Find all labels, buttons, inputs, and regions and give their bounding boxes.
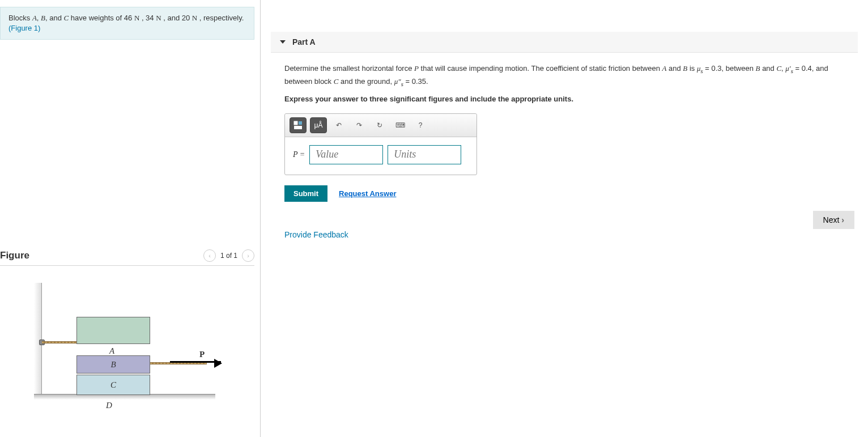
- problem-intro: Blocks A, B, and C have weights of 46 N …: [0, 7, 254, 40]
- figure-title: Figure: [0, 250, 29, 261]
- svg-rect-1: [299, 121, 302, 125]
- undo-button[interactable]: ↶: [330, 117, 347, 133]
- intro-text: Blocks A, B, and C have weights of 46 N …: [8, 14, 244, 22]
- keyboard-button[interactable]: ⌨: [392, 117, 409, 133]
- template-icon: [293, 121, 303, 130]
- figure-next-button[interactable]: ›: [242, 249, 254, 262]
- block-a: [76, 317, 150, 344]
- left-pane: Blocks A, B, and C have weights of 46 N …: [0, 0, 261, 437]
- right-pane: Part A Determine the smallest horizontal…: [261, 0, 868, 437]
- answer-input-row: P =: [285, 137, 476, 175]
- ground-label-d: D: [106, 401, 112, 410]
- chevron-right-icon: ›: [841, 215, 844, 224]
- request-answer-link[interactable]: Request Answer: [339, 189, 396, 198]
- block-a-label: A: [109, 346, 114, 356]
- figure-prev-button[interactable]: ‹: [203, 249, 216, 262]
- part-title: Part A: [292, 37, 316, 46]
- provide-feedback-link[interactable]: Provide Feedback: [284, 230, 844, 239]
- rope-to-wall: [42, 341, 76, 343]
- variable-label: P =: [293, 150, 305, 159]
- answer-instruction: Express your answer to three significant…: [284, 95, 844, 103]
- units-input[interactable]: [388, 145, 461, 164]
- answer-toolbar: μÅ ↶ ↷ ↻ ⌨ ?: [285, 114, 476, 137]
- svg-rect-2: [294, 126, 302, 129]
- value-input[interactable]: [309, 145, 383, 164]
- figure-diagram: A B C P D: [34, 283, 238, 413]
- answer-box: μÅ ↶ ↷ ↻ ⌨ ? P =: [284, 113, 477, 175]
- question-text: Determine the smallest horizontal force …: [284, 63, 844, 89]
- figure-pagination: ‹ 1 of 1 ›: [203, 249, 254, 262]
- next-label: Next: [823, 215, 840, 224]
- reset-button[interactable]: ↻: [371, 117, 388, 133]
- help-button[interactable]: ?: [412, 117, 429, 133]
- next-button[interactable]: Next ›: [813, 211, 854, 229]
- submit-button[interactable]: Submit: [284, 185, 327, 202]
- force-label-p: P: [199, 350, 205, 359]
- submit-row: Submit Request Answer: [284, 185, 844, 202]
- template-tool-button[interactable]: [290, 117, 307, 133]
- collapse-caret-icon: [280, 40, 286, 44]
- block-b: B: [76, 355, 150, 374]
- units-tool-button[interactable]: μÅ: [310, 117, 327, 133]
- figure-reference-link[interactable]: (Figure 1): [8, 24, 40, 32]
- force-arrow: [170, 361, 221, 363]
- svg-rect-0: [294, 121, 297, 125]
- part-header[interactable]: Part A: [271, 32, 858, 53]
- figure-page-indicator: 1 of 1: [220, 252, 237, 260]
- figure-header: Figure ‹ 1 of 1 ›: [0, 249, 254, 266]
- block-c: C: [76, 375, 150, 395]
- redo-button[interactable]: ↷: [351, 117, 368, 133]
- figure-section: Figure ‹ 1 of 1 › A B C P D: [0, 249, 254, 413]
- question-block: Determine the smallest horizontal force …: [271, 63, 858, 239]
